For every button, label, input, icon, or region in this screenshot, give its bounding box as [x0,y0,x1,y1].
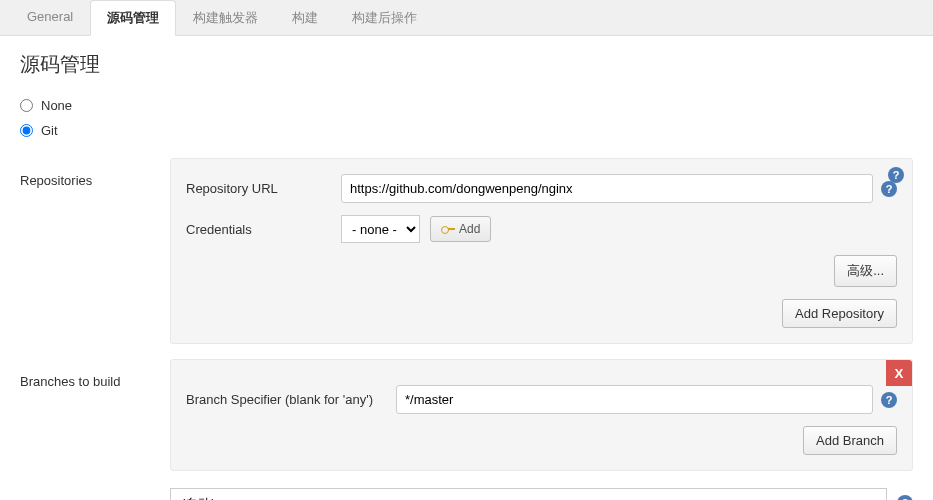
radio-none[interactable] [20,99,33,112]
branches-panel: X Branch Specifier (blank for 'any') ? A… [170,359,913,471]
credentials-label: Credentials [186,222,341,237]
tab-build[interactable]: 构建 [275,0,335,35]
section-title: 源码管理 [20,51,913,78]
tab-postbuild[interactable]: 构建后操作 [335,0,434,35]
add-branch-button[interactable]: Add Branch [803,426,897,455]
help-icon[interactable]: ? [881,181,897,197]
help-icon[interactable]: ? [881,392,897,408]
delete-branch-button[interactable]: X [886,360,912,386]
advanced-button[interactable]: 高级... [834,255,897,287]
repositories-panel: ? Repository URL ? Credentials - none - … [170,158,913,344]
add-credentials-button[interactable]: Add [430,216,491,242]
repo-browser-label: 源码库浏览器 [20,486,170,500]
repo-url-label: Repository URL [186,181,341,196]
repo-browser-section: 源码库浏览器 (自动) ? [20,486,913,500]
tab-bar: General 源码管理 构建触发器 构建 构建后操作 [0,0,933,36]
branch-specifier-label: Branch Specifier (blank for 'any') [186,392,396,407]
repo-browser-select[interactable]: (自动) [170,488,887,501]
scm-radio-group: None Git [20,98,913,138]
help-icon[interactable]: ? [897,495,913,501]
add-repository-button[interactable]: Add Repository [782,299,897,328]
repositories-label: Repositories [20,158,170,344]
branch-specifier-input[interactable] [396,385,873,414]
credentials-select[interactable]: - none - [341,215,420,243]
repositories-section: Repositories ? Repository URL ? Credenti… [20,158,913,344]
radio-none-label: None [41,98,72,113]
add-credentials-label: Add [459,222,480,236]
content-area: 源码管理 None Git Repositories ? Repository … [0,36,933,500]
branches-section: Branches to build X Branch Specifier (bl… [20,359,913,471]
radio-git[interactable] [20,124,33,137]
radio-git-label: Git [41,123,58,138]
tab-triggers[interactable]: 构建触发器 [176,0,275,35]
repo-url-input[interactable] [341,174,873,203]
key-icon [441,225,455,233]
tab-scm[interactable]: 源码管理 [90,0,176,36]
tab-general[interactable]: General [10,0,90,35]
branches-label: Branches to build [20,359,170,471]
